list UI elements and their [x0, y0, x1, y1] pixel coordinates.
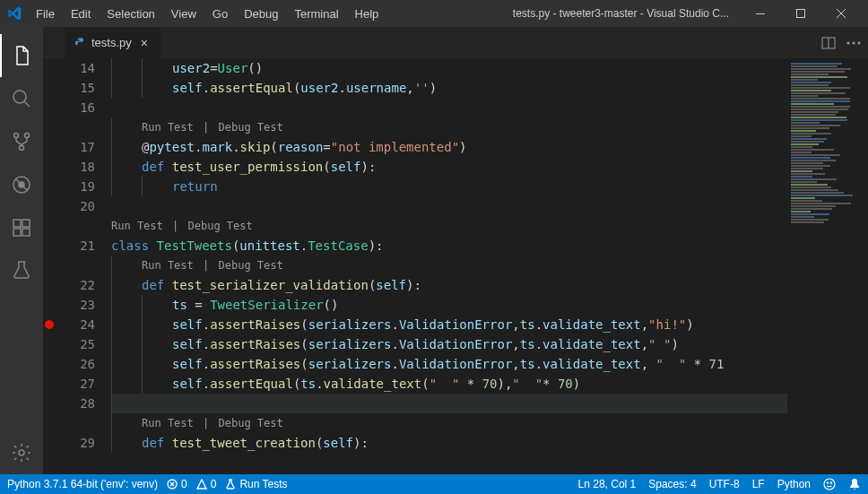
svg-rect-12: [13, 220, 21, 227]
menu-debug[interactable]: Debug: [237, 4, 285, 24]
codelens-run[interactable]: Run Test: [142, 417, 194, 429]
maximize-button[interactable]: [780, 0, 820, 27]
svg-point-22: [858, 41, 861, 44]
activity-bar: [0, 27, 43, 474]
line-number: 20: [56, 196, 95, 216]
code-line: def test_serializer_validation(self):: [111, 275, 787, 295]
menu-bar: FileEditSelectionViewGoDebugTerminalHelp: [29, 4, 386, 24]
menu-help[interactable]: Help: [348, 4, 386, 24]
source-control-icon[interactable]: [0, 120, 43, 163]
line-number: 29: [56, 433, 95, 453]
menu-view[interactable]: View: [164, 4, 204, 24]
svg-rect-14: [22, 229, 30, 236]
window-controls: [740, 0, 861, 27]
code-line: @pytest.mark.skip(reason="not implemente…: [111, 137, 787, 157]
codelens: Run Test | Debug Test: [142, 256, 283, 275]
python-interpreter[interactable]: Python 3.7.1 64-bit ('env': venv): [7, 478, 158, 490]
svg-point-8: [20, 146, 24, 151]
tab-tests-py[interactable]: tests.py ×: [65, 27, 161, 58]
line-number-gutter: 14151617181920212223242526272829: [56, 58, 111, 474]
codelens-debug[interactable]: Debug Test: [218, 259, 282, 272]
code-line: Run Test | Debug Test: [111, 117, 787, 137]
window-title: tests.py - tweeter3-master - Visual Stud…: [386, 7, 729, 20]
codelens: Run Test | Debug Test: [142, 117, 283, 137]
minimize-button[interactable]: [740, 0, 780, 27]
extensions-icon[interactable]: [0, 206, 43, 249]
code-line: self.assertRaises(serializers.Validation…: [111, 315, 787, 334]
line-number: [56, 256, 95, 275]
code-line: self.assertEqual(ts.validate_text(" " * …: [111, 374, 787, 394]
menu-terminal[interactable]: Terminal: [287, 4, 345, 24]
menu-go[interactable]: Go: [205, 4, 235, 24]
breakpoint-icon[interactable]: [45, 320, 54, 329]
codelens: Run Test | Debug Test: [142, 413, 283, 433]
close-button[interactable]: [820, 0, 861, 27]
codelens-run[interactable]: Run Test: [142, 121, 194, 134]
explorer-icon[interactable]: [0, 34, 43, 77]
cursor-position[interactable]: Ln 28, Col 1: [578, 478, 637, 490]
debug-icon[interactable]: [0, 163, 43, 206]
search-icon[interactable]: [0, 77, 43, 120]
code-line: self.assertEqual(user2.username,''): [111, 78, 787, 98]
svg-point-28: [827, 482, 828, 483]
code-line: self.assertRaises(serializers.Validation…: [111, 354, 787, 374]
code-line: [111, 98, 787, 117]
codelens-run[interactable]: Run Test: [142, 259, 194, 272]
line-number: 19: [56, 177, 95, 196]
line-number: 22: [56, 275, 95, 295]
line-number: 27: [56, 374, 95, 394]
code-line: def test_user_permission(self):: [111, 157, 787, 177]
line-number: 28: [56, 394, 95, 413]
minimap[interactable]: [787, 58, 868, 474]
svg-line-5: [24, 101, 30, 107]
svg-rect-13: [13, 229, 21, 236]
encoding-status[interactable]: UTF-8: [709, 478, 740, 490]
settings-icon[interactable]: [0, 431, 43, 474]
code-content[interactable]: user2=User()self.assertEqual(user2.usern…: [111, 58, 787, 474]
svg-rect-15: [22, 220, 30, 227]
feedback-icon[interactable]: [823, 478, 836, 490]
line-number: 25: [56, 334, 95, 354]
codelens-debug[interactable]: Debug Test: [187, 220, 252, 232]
notifications-icon[interactable]: [848, 478, 861, 490]
codelens-run[interactable]: Run Test: [111, 220, 163, 232]
svg-point-6: [14, 134, 19, 138]
tab-bar: tests.py ×: [43, 27, 868, 58]
codelens-debug[interactable]: Debug Test: [218, 121, 282, 134]
tab-label: tests.py: [91, 36, 132, 49]
language-mode[interactable]: Python: [777, 478, 811, 490]
menu-selection[interactable]: Selection: [100, 4, 161, 24]
svg-rect-1: [796, 10, 804, 18]
eol-status[interactable]: LF: [752, 478, 765, 490]
vscode-logo-icon: [7, 6, 22, 21]
problems-errors[interactable]: 0: [167, 478, 187, 490]
more-actions-icon[interactable]: [846, 41, 861, 45]
svg-point-11: [19, 182, 24, 187]
editor-body[interactable]: 14151617181920212223242526272829 user2=U…: [43, 58, 868, 474]
testing-icon[interactable]: [0, 249, 43, 292]
main-area: tests.py × 14151617181920212223242526272…: [0, 27, 868, 474]
line-number: 14: [56, 58, 95, 78]
line-number: 23: [56, 295, 95, 315]
code-line: return: [111, 177, 787, 196]
problems-warnings[interactable]: 0: [196, 478, 217, 490]
svg-point-27: [824, 479, 835, 490]
code-line: Run Test | Debug Test: [111, 413, 787, 433]
status-bar: Python 3.7.1 64-bit ('env': venv) 0 0 Ru…: [0, 474, 868, 494]
code-line: user2=User(): [111, 58, 787, 78]
codelens-debug[interactable]: Debug Test: [218, 417, 282, 429]
code-line: class TestTweets(unittest.TestCase):: [111, 236, 787, 256]
run-tests-status[interactable]: Run Tests: [225, 478, 287, 490]
menu-edit[interactable]: Edit: [64, 4, 98, 24]
breakpoint-gutter[interactable]: [43, 58, 56, 474]
close-icon[interactable]: ×: [137, 36, 152, 50]
split-editor-icon[interactable]: [821, 36, 836, 50]
menu-file[interactable]: File: [29, 4, 62, 24]
indent-status[interactable]: Spaces: 4: [648, 478, 696, 490]
line-number: 16: [56, 98, 95, 117]
svg-point-17: [19, 450, 24, 455]
svg-point-29: [830, 482, 831, 483]
line-number: 26: [56, 354, 95, 374]
codelens: Run Test | Debug Test: [111, 216, 253, 236]
code-line: Run Test | Debug Test: [111, 256, 787, 275]
